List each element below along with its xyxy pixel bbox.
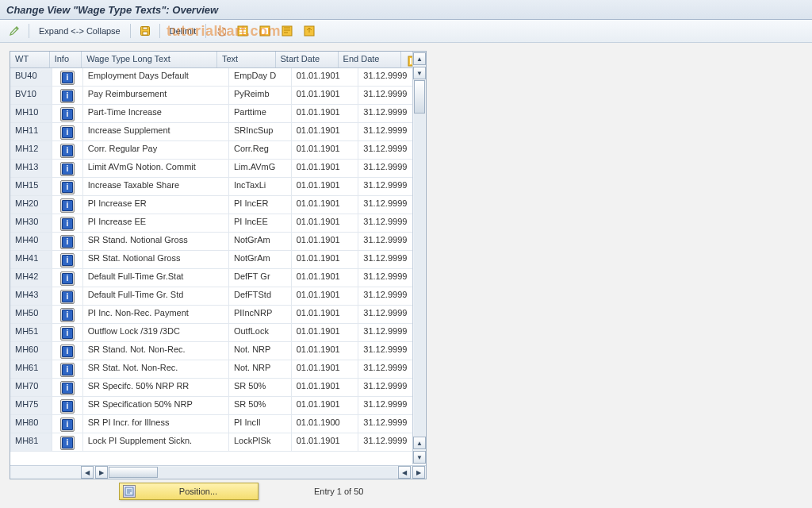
col-start-date[interactable]: Start Date — [276, 52, 339, 67]
cell-wt[interactable]: MH30 — [10, 214, 52, 232]
cell-longtext[interactable]: PI Increase EE — [83, 214, 229, 232]
cell-longtext[interactable]: SR Stand. Notional Gross — [83, 233, 229, 250]
info-button[interactable]: i — [60, 436, 75, 450]
col-longtext[interactable]: Wage Type Long Text — [82, 52, 217, 67]
expand-collapse-button[interactable]: Expand <-> Collapse — [34, 26, 125, 36]
cell-longtext[interactable]: PI Inc. Non-Rec. Payment — [83, 306, 229, 323]
select-all-button[interactable] — [233, 22, 252, 40]
info-button[interactable]: i — [60, 271, 75, 286]
print-button[interactable] — [278, 22, 297, 40]
col-text[interactable]: Text — [217, 52, 276, 67]
cell-text[interactable]: PIIncNRP — [229, 306, 292, 323]
info-button[interactable]: i — [60, 198, 75, 213]
table-row[interactable]: MH43iDefault Full-Time Gr. StdDefFTStd01… — [10, 287, 426, 306]
scroll-track[interactable] — [414, 80, 425, 436]
table-row[interactable]: MH70iSR Specifc. 50% NRP RRSR 50%01.01.1… — [10, 379, 426, 397]
info-button[interactable]: i — [60, 89, 75, 103]
info-button[interactable]: i — [60, 71, 75, 85]
info-button[interactable]: i — [60, 235, 75, 249]
deselect-all-button[interactable] — [255, 22, 274, 40]
scroll-down-button[interactable]: ▼ — [413, 67, 426, 79]
cell-start-date[interactable]: 01.01.1901 — [292, 397, 359, 414]
cell-longtext[interactable]: SR Stat. Notional Gross — [83, 251, 229, 268]
cell-wt[interactable]: MH75 — [10, 397, 52, 414]
cell-start-date[interactable]: 01.01.1901 — [292, 269, 359, 287]
table-row[interactable]: MH20iPI Increase ERPI IncER01.01.190131.… — [10, 196, 426, 214]
info-button[interactable]: i — [60, 253, 75, 267]
toggle-edit-button[interactable] — [5, 22, 24, 40]
cell-text[interactable]: DefFT Gr — [229, 269, 292, 287]
cell-wt[interactable]: MH81 — [10, 433, 52, 451]
cell-longtext[interactable]: Part-Time Increase — [83, 105, 229, 122]
cell-wt[interactable]: MH61 — [10, 360, 52, 378]
table-row[interactable]: MH80iSR PI Incr. for IllnessPI IncIl01.0… — [10, 415, 426, 433]
cell-text[interactable]: LockPISk — [229, 433, 292, 451]
export-button[interactable] — [300, 22, 319, 40]
cell-longtext[interactable]: Pay Reimbursement — [83, 87, 229, 104]
cell-text[interactable]: NotGrAm — [229, 233, 292, 250]
cell-start-date[interactable]: 01.01.1901 — [292, 379, 359, 396]
position-button[interactable]: Position... — [119, 483, 259, 500]
cell-start-date[interactable]: 01.01.1901 — [292, 251, 359, 268]
cell-text[interactable]: IncTaxLi — [229, 178, 292, 195]
table-row[interactable]: MH41iSR Stat. Notional GrossNotGrAm01.01… — [10, 251, 426, 269]
cell-text[interactable]: PyReimb — [229, 87, 292, 104]
cell-start-date[interactable]: 01.01.1901 — [292, 178, 359, 195]
table-row[interactable]: BV10iPay ReimbursementPyReimb01.01.19013… — [10, 87, 426, 105]
delimit-button[interactable]: Delimit — [165, 26, 201, 36]
info-button[interactable]: i — [60, 381, 75, 395]
info-button[interactable]: i — [60, 344, 75, 359]
info-button[interactable]: i — [60, 399, 75, 414]
table-row[interactable]: MH15iIncrease Taxable ShareIncTaxLi01.01… — [10, 178, 426, 196]
cell-longtext[interactable]: PI Increase ER — [83, 196, 229, 214]
cell-wt[interactable]: MH43 — [10, 287, 52, 305]
cell-start-date[interactable]: 01.01.1901 — [292, 287, 359, 305]
scroll-down-step-button[interactable]: ▼ — [413, 451, 426, 464]
info-button[interactable]: i — [60, 217, 75, 231]
cell-text[interactable]: Not. NRP — [229, 342, 292, 360]
cell-text[interactable]: PI IncER — [229, 196, 292, 214]
undo-button[interactable] — [211, 22, 230, 40]
cell-text[interactable]: PI IncIl — [229, 415, 292, 433]
cell-text[interactable]: SR 50% — [229, 379, 292, 396]
cell-start-date[interactable]: 01.01.1901 — [292, 233, 359, 250]
h-scroll-thumb[interactable] — [109, 467, 158, 478]
cell-wt[interactable]: MH60 — [10, 342, 52, 360]
scroll-up-step-button[interactable]: ▲ — [413, 437, 426, 449]
scroll-left-button[interactable]: ◀ — [81, 466, 94, 479]
cell-wt[interactable]: MH12 — [10, 141, 52, 159]
cell-start-date[interactable]: 01.01.1901 — [292, 141, 359, 159]
cell-wt[interactable]: MH50 — [10, 306, 52, 323]
cell-text[interactable]: DefFTStd — [229, 287, 292, 305]
cell-longtext[interactable]: Increase Taxable Share — [83, 178, 229, 195]
page-up-icon[interactable] — [414, 80, 425, 114]
table-row[interactable]: MH81iLock PI Supplement Sickn.LockPISk01… — [10, 433, 426, 452]
table-row[interactable]: MH50iPI Inc. Non-Rec. PaymentPIIncNRP01.… — [10, 306, 426, 324]
table-row[interactable]: BU40iEmployment Days DefaultEmpDay D01.0… — [10, 68, 426, 87]
cell-longtext[interactable]: SR Stand. Not. Non-Rec. — [83, 342, 229, 360]
cell-text[interactable]: Not. NRP — [229, 360, 292, 378]
cell-wt[interactable]: MH15 — [10, 178, 52, 195]
cell-wt[interactable]: MH42 — [10, 269, 52, 287]
table-row[interactable]: MH42iDefault Full-Time Gr.StatDefFT Gr01… — [10, 269, 426, 287]
cell-text[interactable]: Parttime — [229, 105, 292, 122]
table-row[interactable]: MH40iSR Stand. Notional GrossNotGrAm01.0… — [10, 233, 426, 251]
cell-start-date[interactable]: 01.01.1901 — [292, 68, 359, 86]
table-row[interactable]: MH30iPI Increase EEPI IncEE01.01.190131.… — [10, 214, 426, 233]
cell-wt[interactable]: MH10 — [10, 105, 52, 122]
col-info[interactable]: Info — [50, 52, 82, 67]
col-wt[interactable]: WT — [10, 52, 50, 67]
cell-start-date[interactable]: 01.01.1900 — [292, 415, 359, 433]
cell-start-date[interactable]: 01.01.1901 — [292, 306, 359, 323]
cell-wt[interactable]: MH11 — [10, 123, 52, 140]
cell-wt[interactable]: BV10 — [10, 87, 52, 104]
cell-wt[interactable]: MH51 — [10, 324, 52, 341]
cell-longtext[interactable]: SR Stat. Not. Non-Rec. — [83, 360, 229, 378]
cell-text[interactable]: Corr.Reg — [229, 141, 292, 159]
cell-text[interactable]: Lim.AVmG — [229, 160, 292, 177]
scroll-left-step-button[interactable]: ◀ — [398, 466, 411, 479]
cell-start-date[interactable]: 01.01.1901 — [292, 360, 359, 378]
table-row[interactable]: MH61iSR Stat. Not. Non-Rec.Not. NRP01.01… — [10, 360, 426, 379]
cell-wt[interactable]: MH40 — [10, 233, 52, 250]
cell-text[interactable]: PI IncEE — [229, 214, 292, 232]
